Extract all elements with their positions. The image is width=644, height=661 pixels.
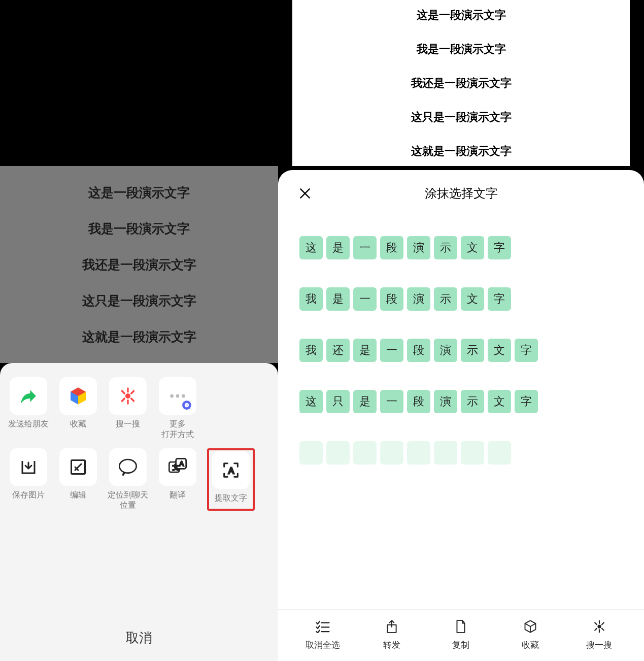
- search-label: 搜一搜: [116, 419, 140, 429]
- svg-line-26: [595, 623, 597, 625]
- char-box[interactable]: [461, 441, 484, 465]
- char-box[interactable]: 一: [353, 236, 377, 259]
- edit-button[interactable]: 编辑: [58, 448, 98, 511]
- save-image-button[interactable]: 保存图片: [8, 448, 49, 511]
- deselect-all-button[interactable]: 取消全选: [300, 619, 346, 651]
- char-box[interactable]: 是: [326, 236, 350, 259]
- char-box[interactable]: 字: [488, 236, 511, 259]
- char-row: 我是一段演示文字: [299, 287, 623, 311]
- char-box[interactable]: 一: [380, 339, 403, 362]
- char-box[interactable]: 文: [461, 287, 484, 311]
- action-sheet: 发送给朋友 收藏 搜一搜 更多 打开方式: [0, 363, 278, 661]
- char-box[interactable]: 文: [488, 390, 511, 413]
- demo-text-line: 这是一段演示文字: [82, 184, 196, 201]
- demo-text-line: 我是一段演示文字: [417, 42, 506, 57]
- deselect-label: 取消全选: [306, 639, 340, 651]
- char-box[interactable]: 文: [488, 339, 511, 362]
- locate-label: 定位到聊天 位置: [108, 490, 148, 511]
- char-box[interactable]: 这: [299, 390, 323, 413]
- char-box[interactable]: 字: [515, 390, 538, 413]
- left-screenshot: 这是一段演示文字我是一段演示文字我还是一段演示文字这只是一段演示文字这就是一段演…: [0, 0, 278, 661]
- character-selection-area[interactable]: 这是一段演示文字我是一段演示文字我还是一段演示文字这只是一段演示文字: [278, 211, 644, 609]
- forward-button[interactable]: 转发: [369, 619, 415, 651]
- char-box[interactable]: [407, 441, 430, 465]
- close-button[interactable]: [298, 187, 312, 200]
- left-black-area: [0, 0, 278, 166]
- svg-text:文: 文: [173, 464, 179, 471]
- svg-line-29: [595, 629, 597, 631]
- demo-text-line: 我还是一段演示文字: [82, 256, 196, 273]
- forward-label: 转发: [383, 639, 400, 651]
- char-box[interactable]: [353, 441, 377, 465]
- char-box[interactable]: 字: [515, 339, 538, 362]
- favorite-label: 收藏: [70, 419, 86, 429]
- char-box[interactable]: 我: [299, 339, 323, 362]
- svg-point-0: [125, 393, 130, 399]
- char-box[interactable]: 演: [434, 390, 457, 413]
- locate-chat-button[interactable]: 定位到聊天 位置: [108, 448, 148, 511]
- char-box[interactable]: 演: [407, 236, 430, 259]
- char-box[interactable]: [488, 441, 511, 465]
- char-box[interactable]: 是: [353, 339, 377, 362]
- extract-text-button[interactable]: A 提取文字: [211, 451, 251, 504]
- char-box[interactable]: 示: [461, 390, 484, 413]
- favorite-label-right: 收藏: [522, 639, 539, 651]
- demo-text-line: 这是一段演示文字: [417, 8, 506, 23]
- svg-line-4: [131, 399, 134, 401]
- char-box[interactable]: 演: [407, 287, 430, 311]
- cancel-button[interactable]: 取消: [5, 615, 273, 661]
- char-box[interactable]: 还: [326, 339, 350, 362]
- svg-line-27: [602, 629, 604, 631]
- char-box[interactable]: 示: [434, 236, 457, 259]
- svg-line-28: [602, 623, 604, 625]
- copy-button[interactable]: 复制: [438, 619, 484, 651]
- char-box[interactable]: 字: [488, 287, 511, 311]
- highlight-box: A 提取文字: [207, 448, 255, 511]
- char-box[interactable]: [380, 441, 403, 465]
- translate-button[interactable]: 文A 翻译: [157, 448, 198, 511]
- char-box[interactable]: 文: [461, 236, 484, 259]
- char-box[interactable]: 一: [380, 390, 403, 413]
- svg-point-11: [119, 459, 136, 473]
- char-box[interactable]: 段: [407, 390, 430, 413]
- document-icon: [455, 619, 467, 634]
- char-box[interactable]: 示: [434, 287, 457, 311]
- share-to-friend-button[interactable]: 发送给朋友: [8, 377, 49, 440]
- svg-point-7: [170, 394, 174, 398]
- char-box[interactable]: 段: [407, 339, 430, 362]
- share-up-icon: [385, 619, 398, 634]
- edit-label: 编辑: [70, 490, 86, 501]
- right-screenshot: 这是一段演示文字我是一段演示文字我还是一段演示文字这只是一段演示文字这就是一段演…: [278, 0, 644, 661]
- svg-line-6: [122, 399, 124, 401]
- char-box[interactable]: 演: [434, 339, 457, 362]
- edit-icon: [59, 448, 97, 486]
- action-row-1: 发送给朋友 收藏 搜一搜 更多 打开方式: [5, 373, 273, 444]
- cube-icon: [59, 377, 97, 415]
- demo-text-line: 这只是一段演示文字: [82, 292, 196, 309]
- char-box[interactable]: 我: [299, 287, 323, 311]
- char-box[interactable]: 这: [299, 236, 323, 259]
- favorite-button-right[interactable]: 收藏: [507, 619, 553, 651]
- more-open-button[interactable]: 更多 打开方式: [157, 377, 198, 440]
- char-box[interactable]: 是: [326, 287, 350, 311]
- char-box[interactable]: [326, 441, 350, 465]
- search-button-right[interactable]: 搜一搜: [577, 619, 622, 651]
- char-box[interactable]: 示: [461, 339, 484, 362]
- char-box[interactable]: [434, 441, 457, 465]
- svg-text:A: A: [179, 460, 184, 468]
- spark-outline-icon: [592, 619, 607, 634]
- demo-text-line: 这只是一段演示文字: [411, 110, 512, 125]
- char-box[interactable]: [299, 441, 323, 465]
- list-check-icon: [315, 619, 330, 634]
- char-box[interactable]: 一: [353, 287, 377, 311]
- search-button[interactable]: 搜一搜: [108, 377, 148, 440]
- favorite-button[interactable]: 收藏: [58, 377, 98, 440]
- char-box[interactable]: 是: [353, 390, 377, 413]
- char-box[interactable]: 段: [380, 287, 403, 311]
- char-row: 我还是一段演示文字: [299, 339, 623, 362]
- more-label: 更多 打开方式: [161, 419, 194, 440]
- panel-title: 涂抹选择文字: [298, 185, 624, 202]
- translate-label: 翻译: [170, 490, 186, 501]
- char-box[interactable]: 只: [326, 390, 350, 413]
- char-box[interactable]: 段: [380, 236, 403, 259]
